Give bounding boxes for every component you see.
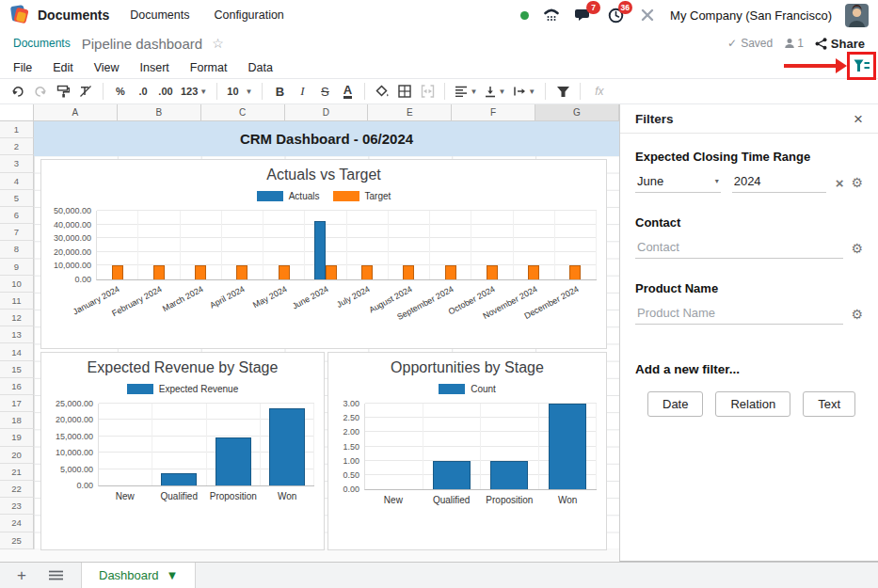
row-header-14[interactable]: 14 [0, 343, 34, 360]
row-header-23[interactable]: 23 [0, 498, 34, 515]
product-name-input[interactable] [635, 304, 843, 325]
column-header-C[interactable]: C [201, 104, 285, 121]
row-header-25[interactable]: 25 [0, 532, 34, 549]
merge-cells-button[interactable] [417, 81, 438, 102]
row-header-22[interactable]: 22 [0, 481, 34, 498]
paint-format-button[interactable] [53, 81, 73, 102]
number-format-button[interactable]: 123▼ [178, 81, 210, 102]
row-header-7[interactable]: 7 [0, 224, 34, 241]
nav-menu-documents[interactable]: Documents [130, 8, 189, 22]
favorite-star-icon[interactable]: ☆ [212, 36, 224, 51]
text-wrap-button[interactable]: ▼ [510, 81, 538, 102]
row-header-5[interactable]: 5 [0, 190, 34, 207]
menu-edit[interactable]: Edit [53, 61, 73, 74]
percent-format-button[interactable]: % [110, 81, 131, 102]
gear-icon[interactable]: ⚙ [851, 176, 863, 189]
menu-view[interactable]: View [94, 61, 120, 74]
y-tick-label: 0.00 [329, 485, 359, 494]
company-switcher[interactable]: My Company (San Francisco) [670, 8, 832, 23]
row-header-17[interactable]: 17 [0, 395, 34, 412]
italic-button[interactable]: I [292, 81, 312, 102]
chart-actuals-vs-target[interactable]: Actuals vs Target ActualsTarget 0.0010,0… [40, 159, 607, 349]
nav-menu-configuration[interactable]: Configuration [214, 8, 283, 22]
column-header-F[interactable]: F [452, 104, 535, 121]
menu-data[interactable]: Data [247, 61, 272, 74]
close-icon[interactable]: × [854, 111, 863, 127]
row-header-21[interactable]: 21 [0, 464, 34, 481]
strikethrough-button[interactable]: S [314, 81, 335, 102]
messages-icon[interactable]: 7 [574, 6, 593, 24]
add-date-filter-button[interactable]: Date [647, 391, 703, 417]
document-title[interactable]: Pipeline dashboard [82, 36, 202, 52]
tab-menu-caret-icon[interactable]: ▼ [167, 568, 179, 582]
decrease-decimal-button[interactable]: .0 [133, 81, 153, 102]
redo-button[interactable] [30, 81, 51, 102]
row-header-8[interactable]: 8 [0, 241, 34, 258]
add-relation-filter-button[interactable]: Relation [715, 391, 790, 417]
add-text-filter-button[interactable]: Text [803, 391, 855, 417]
row-header-12[interactable]: 12 [0, 310, 34, 326]
row-header-2[interactable]: 2 [0, 138, 34, 155]
row-header-10[interactable]: 10 [0, 276, 34, 293]
fill-color-button[interactable] [372, 81, 392, 102]
column-header-A[interactable]: A [34, 104, 118, 121]
font-size-selector[interactable]: 10▼ [224, 81, 255, 102]
vertical-align-button[interactable]: ▼ [482, 81, 508, 102]
grid-corner-cell[interactable] [0, 104, 34, 121]
menu-format[interactable]: Format [190, 61, 228, 74]
period-select[interactable]: June▾ [635, 172, 721, 193]
row-header-6[interactable]: 6 [0, 207, 34, 224]
contact-input[interactable] [635, 238, 843, 259]
row-header-1[interactable]: 1 [0, 121, 34, 138]
row-header-11[interactable]: 11 [0, 293, 34, 310]
add-sheet-button[interactable]: + [9, 564, 34, 588]
gear-icon[interactable]: ⚙ [851, 308, 863, 321]
documents-app-icon[interactable] [9, 5, 30, 25]
menu-file[interactable]: File [13, 61, 32, 74]
share-button[interactable]: Share [815, 37, 865, 51]
chart-x-labels: NewQualifiedPropositionWon [98, 486, 314, 509]
menu-insert[interactable]: Insert [140, 61, 169, 74]
dashboard-banner[interactable]: CRM Dashboard - 06/2024 [34, 121, 619, 156]
undo-button[interactable] [8, 81, 28, 102]
borders-button[interactable] [394, 81, 415, 102]
row-header-19[interactable]: 19 [0, 429, 34, 446]
breadcrumb-documents-link[interactable]: Documents [13, 37, 71, 50]
text-color-button[interactable]: A [337, 81, 358, 102]
sheet-list-button[interactable] [43, 564, 68, 588]
increase-decimal-button[interactable]: .00 [155, 81, 176, 102]
data-filters-button[interactable] [847, 52, 876, 80]
tools-icon[interactable] [638, 6, 657, 24]
bold-button[interactable]: B [269, 81, 290, 102]
row-header-20[interactable]: 20 [0, 447, 34, 464]
row-header-18[interactable]: 18 [0, 412, 34, 429]
row-header-9[interactable]: 9 [0, 259, 34, 276]
phone-icon[interactable] [542, 6, 561, 24]
y-tick-label: 20,000.00 [42, 247, 91, 257]
row-header-15[interactable]: 15 [0, 361, 34, 378]
clear-format-button[interactable] [75, 81, 96, 102]
row-header-4[interactable]: 4 [0, 173, 34, 190]
row-header-13[interactable]: 13 [0, 326, 34, 343]
chart-expected-revenue-by-stage[interactable]: Expected Revenue by Stage Expected Reven… [40, 352, 325, 550]
year-input[interactable] [732, 172, 826, 193]
filter-button[interactable] [552, 81, 573, 102]
x-tick-label: Qualified [423, 490, 481, 513]
app-name[interactable]: Documents [38, 8, 109, 23]
chart-opportunities-by-stage[interactable]: Opportunities by Stage Count 0.000.501.0… [327, 352, 607, 550]
activities-clock-icon[interactable]: 36 [606, 6, 625, 24]
chart-title: Actuals vs Target [41, 167, 606, 183]
clear-filter-icon[interactable]: × [836, 176, 844, 190]
row-header-24[interactable]: 24 [0, 515, 34, 532]
x-tick-label: New [98, 486, 152, 509]
column-header-G[interactable]: G [535, 104, 619, 121]
gear-icon[interactable]: ⚙ [851, 242, 863, 255]
row-header-16[interactable]: 16 [0, 378, 34, 395]
column-header-D[interactable]: D [285, 104, 369, 121]
column-header-E[interactable]: E [368, 104, 452, 121]
sheet-tab-dashboard[interactable]: Dashboard▼ [81, 563, 196, 588]
column-header-B[interactable]: B [118, 104, 201, 121]
horizontal-align-button[interactable]: ▼ [452, 81, 480, 102]
user-avatar[interactable] [845, 4, 869, 27]
row-header-3[interactable]: 3 [0, 155, 34, 172]
